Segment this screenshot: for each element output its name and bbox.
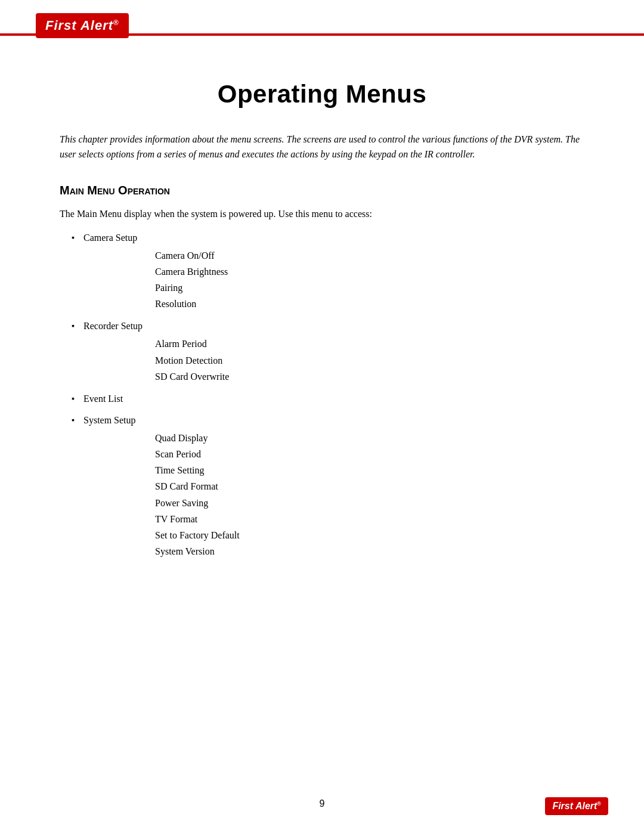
sub-item-tv-format: TV Format [155,511,584,527]
intro-paragraph: This chapter provides information about … [60,132,584,162]
sub-item-system-version: System Version [155,543,584,559]
page-container: First Alert® Operating Menus This chapte… [0,0,644,833]
page-number: 9 [320,798,325,809]
section-description: The Main Menu display when the system is… [60,207,584,221]
header-logo: First Alert® [36,13,129,38]
page-title-section: Operating Menus [0,38,644,120]
recorder-setup-subitems: Alarm Period Motion Detection SD Card Ov… [83,336,584,385]
system-setup-label: System Setup [83,415,136,425]
sub-item-scan-period: Scan Period [155,446,584,462]
sub-item-resolution: Resolution [155,296,584,312]
section-heading: Main Menu Operation [60,184,584,197]
sub-item-camera-onoff: Camera On/Off [155,247,584,264]
sub-item-camera-brightness: Camera Brightness [155,264,584,280]
sub-item-time-setting: Time Setting [155,462,584,478]
logo-brand-text: First Alert [45,18,113,33]
system-setup-subitems: Quad Display Scan Period Time Setting SD… [83,430,584,560]
sub-item-pairing: Pairing [155,280,584,296]
camera-setup-subitems: Camera On/Off Camera Brightness Pairing … [83,247,584,312]
header: First Alert® [0,0,644,38]
footer-logo: First Alert® [545,797,608,815]
recorder-setup-label: Recorder Setup [83,321,143,331]
list-item-camera-setup: Camera Setup Camera On/Off Camera Bright… [72,231,584,312]
sub-item-factory-default: Set to Factory Default [155,527,584,543]
main-menu-list: Camera Setup Camera On/Off Camera Bright… [60,231,584,560]
sub-item-sd-card-format: SD Card Format [155,478,584,494]
page-title: Operating Menus [36,80,608,109]
sub-item-quad-display: Quad Display [155,430,584,446]
list-item-system-setup: System Setup Quad Display Scan Period Ti… [72,413,584,560]
main-content: This chapter provides information about … [0,120,644,602]
sub-item-sd-card-overwrite: SD Card Overwrite [155,368,584,385]
footer-logo-reg: ® [597,801,601,807]
sub-item-power-saving: Power Saving [155,495,584,511]
sub-item-motion-detection: Motion Detection [155,352,584,368]
footer-logo-text: First Alert® [552,801,601,812]
camera-setup-label: Camera Setup [83,233,137,243]
logo-reg-symbol: ® [113,18,119,27]
logo-text: First Alert® [45,18,119,33]
section-heading-text: Main Menu Operation [60,184,170,197]
sub-item-alarm-period: Alarm Period [155,336,584,352]
list-item-event-list: Event List [72,392,584,406]
event-list-label: Event List [83,394,123,404]
list-item-recorder-setup: Recorder Setup Alarm Period Motion Detec… [72,319,584,385]
